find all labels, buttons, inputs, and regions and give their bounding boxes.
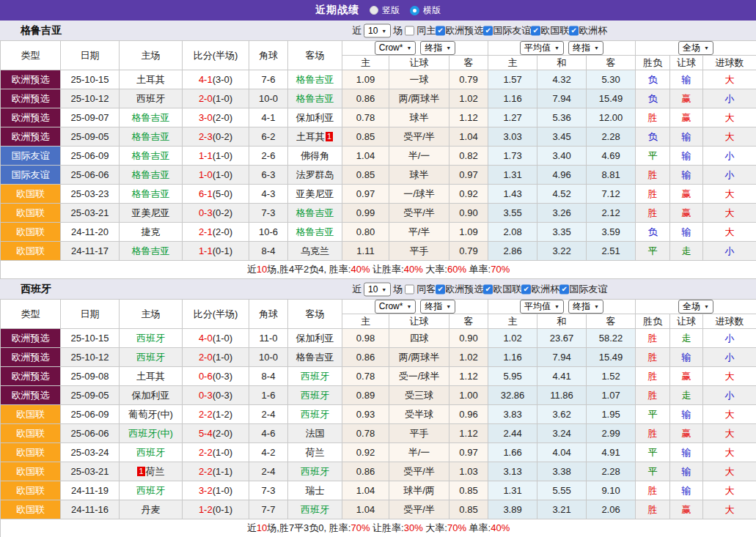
league-filter-checkbox[interactable]: ✔ <box>483 26 493 35</box>
halftime-score: (2-0) <box>213 226 232 237</box>
corners-cell: 11-0 <box>249 329 288 348</box>
league-filter-checkbox[interactable]: ✔ <box>559 284 569 294</box>
col-header: 客场 <box>288 300 342 329</box>
sub-col-header: 和 <box>537 314 587 329</box>
col-header: 类型 <box>1 300 61 329</box>
handicap-line: 四球 <box>389 329 449 348</box>
match-row: 欧国联25-03-24西班牙2-2(1-0)4-2荷兰0.92半/一0.971.… <box>1 443 756 462</box>
away-team-name: 格鲁吉亚 <box>296 74 334 85</box>
league-filter-checkbox[interactable]: ✔ <box>483 284 493 294</box>
corners-cell: 7-3 <box>249 481 288 500</box>
same-venue-checkbox[interactable] <box>405 26 414 35</box>
corners-cell: 2-4 <box>249 405 288 424</box>
handicap-line: 平/半 <box>389 223 449 242</box>
home-team-cell: 西班牙(中) <box>120 424 183 443</box>
card-badge: 1 <box>137 467 144 476</box>
away-team-cell: 格鲁吉亚 <box>288 348 342 367</box>
summary-segment: 40% <box>491 522 510 533</box>
odds-away: 5.30 <box>587 70 636 89</box>
sub-col-header: 主 <box>342 56 389 70</box>
fulltime-score: 2-2 <box>199 466 213 477</box>
odds-away: 2.28 <box>587 127 636 147</box>
league-filter-checkbox[interactable]: ✔ <box>521 284 531 294</box>
average-select-value: 平均值 <box>524 42 551 53</box>
odds-home: 32.86 <box>488 386 537 405</box>
halftime-score: (2-0) <box>213 112 232 123</box>
period-select[interactable]: 全场▼ <box>678 41 713 55</box>
sub-col-header: 让球 <box>389 56 449 70</box>
bookmaker-select-value: Crow* <box>379 42 403 53</box>
summary-segment: 近 <box>247 522 257 533</box>
home-team-cell: 保加利亚 <box>120 386 183 405</box>
col-header: 主场 <box>120 41 183 70</box>
average-select[interactable]: 平均值▼ <box>520 300 564 314</box>
match-row: 欧国联24-11-20捷克2-1(2-0)10-6格鲁吉亚0.80平/半1.09… <box>1 223 756 242</box>
odds-home: 1.43 <box>488 185 537 204</box>
away-team-name: 土耳其 <box>296 131 325 142</box>
handicap-home-odds: 0.86 <box>342 89 389 108</box>
odds-draw: 11.86 <box>537 386 587 405</box>
bookmaker-select[interactable]: Crow*▼ <box>375 300 416 314</box>
league-filter-checkbox[interactable]: ✔ <box>531 26 540 35</box>
match-row: 欧洲预选25-10-15土耳其4-1(3-0)7-6格鲁吉亚1.09一球0.79… <box>1 70 756 89</box>
average-select[interactable]: 平均值▼ <box>520 41 564 55</box>
halftime-score: (0-2) <box>213 207 232 218</box>
handicap-home-odds: 1.11 <box>342 242 389 261</box>
halftime-score: (1-1) <box>213 466 232 477</box>
radio-icon[interactable] <box>370 6 378 15</box>
odds-away: 9.10 <box>587 481 636 500</box>
recent-count-select[interactable]: 10▼ <box>364 282 391 296</box>
sub-col-header: 进球数 <box>703 314 756 329</box>
summary-segment: 70% <box>351 522 370 533</box>
odds-home: 3.89 <box>488 500 537 519</box>
date-cell: 25-10-12 <box>61 89 120 108</box>
result-goals: 大 <box>703 127 756 147</box>
fulltime-score: 0-6 <box>199 371 213 382</box>
handicap-away-odds: 1.04 <box>449 127 488 147</box>
final-index-select[interactable]: 终指▼ <box>420 300 455 314</box>
radio-icon[interactable] <box>410 6 419 15</box>
period-select[interactable]: 全场▼ <box>678 300 713 314</box>
final-index-select[interactable]: 终指▼ <box>568 300 603 314</box>
summary-segment: 40% <box>404 264 423 275</box>
sub-col-header: 客 <box>449 314 488 329</box>
match-type-badge: 欧洲预选 <box>1 89 61 108</box>
date-cell: 25-03-21 <box>61 204 120 223</box>
odds-away: 2.12 <box>587 204 636 223</box>
home-team-name: 格鲁吉亚 <box>132 131 170 142</box>
date-cell: 25-10-12 <box>61 348 120 367</box>
handicap-away-odds: 1.12 <box>449 424 488 443</box>
filter-controls: 近10▼场同主✔欧洲预选✔国际友谊✔欧国联✔欧洲杯 <box>352 23 607 37</box>
final-index-select[interactable]: 终指▼ <box>420 41 455 55</box>
score-cell: 1-1(0-1) <box>183 242 249 261</box>
corners-cell: 10-6 <box>249 223 288 242</box>
odds-draw: 3.40 <box>537 147 587 166</box>
league-filter-checkbox[interactable]: ✔ <box>436 26 445 35</box>
recent-count-select[interactable]: 10▼ <box>364 23 391 37</box>
layout-radio-horizontal[interactable]: 横版 <box>410 4 441 17</box>
chevron-down-icon: ▼ <box>704 301 709 312</box>
same-venue-checkbox[interactable] <box>405 284 414 294</box>
handicap-away-odds: 0.97 <box>449 166 488 185</box>
layout-radio-vertical[interactable]: 竖版 <box>370 4 400 17</box>
league-filter-label: 欧国联 <box>540 24 569 37</box>
odds-draw: 5.55 <box>537 481 587 500</box>
handicap-line: 球半 <box>389 166 449 185</box>
home-team-name: 保加利亚 <box>132 390 170 401</box>
odds-home: 1.02 <box>488 329 537 348</box>
summary-cell: 近10场,胜7平3负0, 胜率:70% 让胜率:30% 大率:70% 单率:40… <box>1 519 756 537</box>
match-row: 欧国联25-03-23格鲁吉亚6-1(5-0)4-3亚美尼亚0.97一/球半0.… <box>1 185 756 204</box>
final-index-select[interactable]: 终指▼ <box>568 41 603 55</box>
score-cell: 4-0(1-0) <box>183 329 249 348</box>
handicap-away-odds: 0.96 <box>449 405 488 424</box>
recent-count-select-value: 10 <box>368 284 378 295</box>
away-team-cell: 荷兰 <box>288 443 342 462</box>
league-filter-checkbox[interactable]: ✔ <box>569 26 579 35</box>
score-cell: 2-1(2-0) <box>183 223 249 242</box>
league-filter-checkbox[interactable]: ✔ <box>436 284 445 294</box>
corners-cell: 7-3 <box>249 204 288 223</box>
col-header: 比分(半场) <box>183 41 249 70</box>
result-handicap: 输 <box>670 223 703 242</box>
away-team-name: 格鲁吉亚 <box>296 226 334 237</box>
bookmaker-select[interactable]: Crow*▼ <box>375 41 416 55</box>
